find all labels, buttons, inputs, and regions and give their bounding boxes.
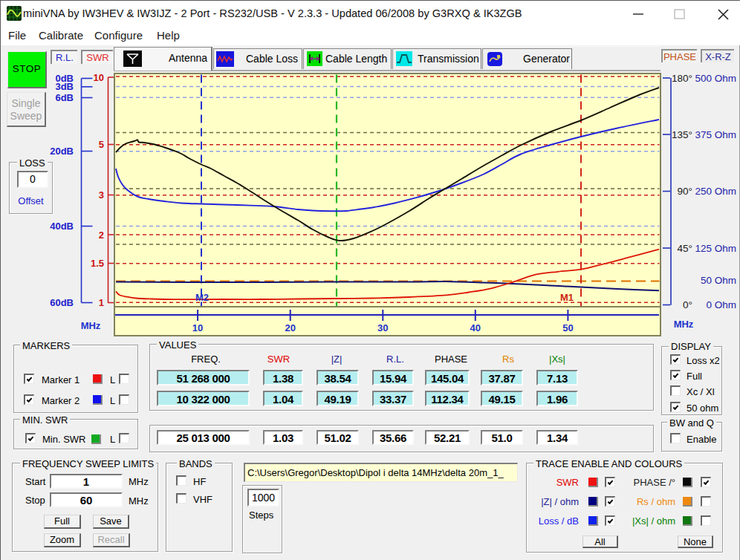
svg-text:1.5: 1.5 — [91, 258, 104, 269]
svg-text:60dB: 60dB — [50, 297, 74, 308]
svg-text:135°: 135° — [672, 129, 692, 140]
svg-text:0°: 0° — [683, 299, 692, 310]
svg-text:5: 5 — [99, 139, 104, 150]
svg-text:0 Ohm: 0 Ohm — [706, 299, 736, 310]
svg-text:1: 1 — [99, 297, 104, 308]
svg-text:3: 3 — [99, 189, 104, 201]
svg-text:90°: 90° — [678, 186, 692, 197]
svg-text:2: 2 — [99, 229, 104, 241]
svg-text:50: 50 — [562, 322, 573, 333]
svg-text:M2: M2 — [195, 292, 209, 303]
svg-text:MHz: MHz — [674, 319, 694, 330]
svg-text:10: 10 — [94, 72, 104, 83]
svg-text:45°: 45° — [678, 243, 692, 254]
svg-text:125 Ohm: 125 Ohm — [695, 243, 736, 254]
svg-text:500 Ohm: 500 Ohm — [695, 73, 736, 84]
svg-text:3dB: 3dB — [55, 81, 74, 92]
svg-text:20: 20 — [285, 322, 295, 333]
svg-text:40: 40 — [470, 322, 481, 333]
svg-text:375 Ohm: 375 Ohm — [695, 129, 736, 140]
svg-text:6dB: 6dB — [55, 92, 74, 103]
svg-text:M1: M1 — [560, 292, 574, 303]
svg-text:10: 10 — [192, 322, 203, 333]
svg-text:250 Ohm: 250 Ohm — [695, 186, 736, 197]
svg-text:MHz: MHz — [81, 320, 101, 331]
svg-text:30: 30 — [377, 322, 388, 333]
svg-text:50 Ohm: 50 Ohm — [701, 275, 736, 286]
svg-text:40dB: 40dB — [50, 221, 74, 232]
svg-text:180°: 180° — [672, 73, 692, 84]
svg-text:20dB: 20dB — [50, 146, 74, 157]
